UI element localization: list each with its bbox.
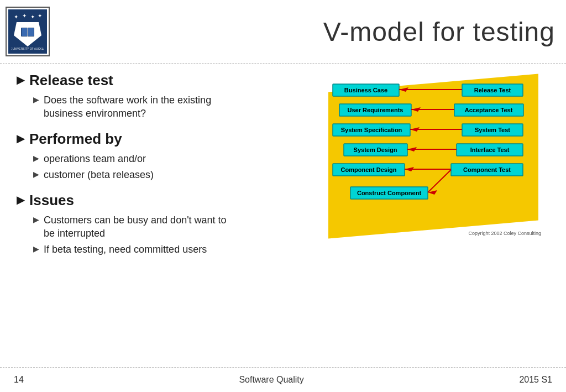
bullet-release-test: ▶ Release test <box>17 72 306 89</box>
left-column: ▶ Release test ▶ Does the software work … <box>17 72 317 362</box>
footer-course-name: Software Quality <box>239 375 303 385</box>
release-test-label: Release test <box>29 72 113 89</box>
svg-text:✦: ✦ <box>38 13 42 19</box>
svg-text:THE UNIVERSITY OF AUCKLAND: THE UNIVERSITY OF AUCKLAND <box>11 47 44 50</box>
sub-arrow-1: ▶ <box>33 95 39 104</box>
sub-bullet-3: ▶ customer (beta releases) <box>33 168 306 181</box>
svg-text:Acceptance Test: Acceptance Test <box>465 107 513 113</box>
sub-text-1: Does the software work in the existingbu… <box>44 93 211 121</box>
issues-label: Issues <box>29 192 74 209</box>
bullet-arrow-2: ▶ <box>17 132 25 145</box>
svg-text:Interface Test: Interface Test <box>470 147 510 153</box>
bullet-arrow-1: ▶ <box>17 73 25 86</box>
bullet-arrow-3: ▶ <box>17 193 25 206</box>
sub-bullet-4: ▶ Customers can be busy and don't want t… <box>33 213 306 241</box>
footer: 14 Software Quality 2015 S1 <box>0 367 566 392</box>
bullet-issues: ▶ Issues <box>17 192 306 209</box>
sub-bullet-5: ▶ If beta testing, need committed users <box>33 243 306 256</box>
sub-bullet-2: ▶ operations team and/or <box>33 152 306 165</box>
svg-text:Business Case: Business Case <box>344 87 387 93</box>
main-content: ▶ Release test ▶ Does the software work … <box>0 64 566 367</box>
svg-text:System Test: System Test <box>475 127 510 133</box>
svg-text:✦: ✦ <box>30 14 35 20</box>
sub-arrow-2: ▶ <box>33 154 39 163</box>
sub-arrow-3: ▶ <box>33 170 39 179</box>
sub-arrow-5: ▶ <box>33 244 39 253</box>
sub-arrow-4: ▶ <box>33 215 39 224</box>
sub-bullet-1: ▶ Does the software work in the existing… <box>33 93 306 121</box>
performed-by-label: Performed by <box>29 130 122 148</box>
svg-line-43 <box>428 170 451 192</box>
svg-text:Release Test: Release Test <box>474 87 511 93</box>
svg-text:Construct Component: Construct Component <box>357 190 421 196</box>
vmodel-diagram-container: Business Case User Requirements System S… <box>317 72 549 362</box>
svg-text:Copyright 2002 Coley Consultin: Copyright 2002 Coley Consulting <box>468 231 541 236</box>
svg-text:System Specification: System Specification <box>341 127 402 133</box>
issues-sub-bullets: ▶ Customers can be busy and don't want t… <box>33 213 306 257</box>
performed-by-sub-bullets: ▶ operations team and/or ▶ customer (bet… <box>33 152 306 182</box>
sub-text-4: Customers can be busy and don't want tob… <box>44 213 227 241</box>
svg-text:System Design: System Design <box>354 147 397 153</box>
sub-text-3: customer (beta releases) <box>44 168 154 181</box>
bullet-performed-by: ▶ Performed by <box>17 130 306 148</box>
svg-text:✦: ✦ <box>22 13 27 19</box>
svg-text:Component Design: Component Design <box>341 166 397 173</box>
svg-text:✦: ✦ <box>14 14 18 20</box>
vmodel-diagram: Business Case User Requirements System S… <box>323 77 544 232</box>
vmodel-svg: Business Case User Requirements System S… <box>323 77 544 238</box>
sub-text-5: If beta testing, need committed users <box>44 243 207 256</box>
svg-rect-8 <box>28 28 34 36</box>
header: ✦ ✦ ✦ ✦ THE UNIVERSITY OF AUCKLAND V-mod… <box>0 0 566 64</box>
svg-text:User Requirements: User Requirements <box>348 107 403 113</box>
sub-text-2: operations team and/or <box>44 152 146 165</box>
university-logo: ✦ ✦ ✦ ✦ THE UNIVERSITY OF AUCKLAND <box>6 7 50 56</box>
page-title: V-model for testing <box>323 17 555 47</box>
svg-rect-7 <box>22 28 27 36</box>
footer-page-number: 14 <box>14 375 24 385</box>
svg-text:Component Test: Component Test <box>463 166 511 173</box>
release-test-sub-bullets: ▶ Does the software work in the existing… <box>33 93 306 121</box>
footer-year: 2015 S1 <box>519 375 552 385</box>
